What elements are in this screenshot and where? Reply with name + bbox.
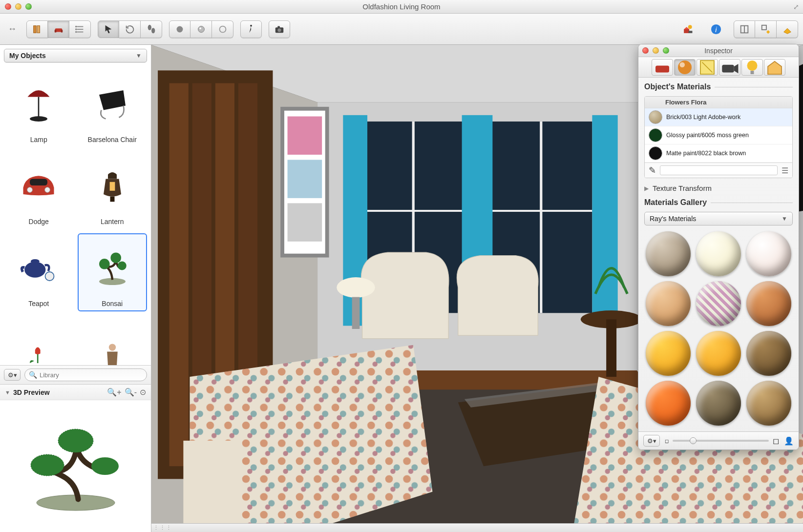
viewport-splitter[interactable]: ⋮⋮⋮ — [151, 523, 803, 532]
inspector-tab-building[interactable] — [764, 59, 785, 76]
preview-3d-pane[interactable] — [0, 400, 151, 532]
inspector-tab-light[interactable] — [741, 59, 763, 76]
nav-arrows[interactable]: ↔ — [5, 24, 20, 34]
preview-header: ▼ 3D Preview 🔍+ 🔍- ⊙ — [0, 384, 151, 400]
material-sphere[interactable] — [696, 281, 741, 326]
furniture-library-button[interactable] — [48, 20, 69, 38]
svg-point-36 — [24, 262, 45, 277]
small-icon: ◻ — [665, 438, 669, 444]
dropdown-label: My Objects — [9, 52, 46, 60]
library-settings-button[interactable]: ⚙▾ — [4, 369, 21, 381]
walkthrough-button[interactable] — [240, 20, 262, 38]
view-2d-3d-button[interactable] — [755, 20, 777, 38]
eyedropper-icon[interactable]: ✎ — [649, 165, 656, 176]
object-bonsai[interactable]: Bonsai — [78, 233, 148, 311]
texture-transform-disclosure[interactable]: ▶ Texture Transform — [644, 183, 793, 193]
svg-point-22 — [688, 25, 692, 29]
object-lamp[interactable]: Lamp — [4, 69, 74, 147]
material-sphere[interactable] — [646, 331, 691, 376]
dropdown-label: Ray's Materials — [650, 215, 696, 223]
svg-rect-34 — [109, 182, 115, 191]
object-library-sidebar: My Objects ▼ Lamp Barselona Chair Dodge … — [0, 45, 151, 532]
svg-point-92 — [680, 62, 685, 67]
object-person[interactable] — [78, 315, 148, 365]
zoom-in-button[interactable]: 🔍+ — [107, 388, 121, 397]
inspector-panel: Inspector Object's Materials Flowers Flo… — [638, 44, 799, 450]
svg-rect-69 — [592, 115, 617, 326]
record-button[interactable] — [169, 20, 190, 38]
material-row[interactable]: Glossy paint/6005 moss green — [645, 126, 792, 144]
svg-point-91 — [678, 61, 692, 74]
disclosure-triangle-icon: ▶ — [644, 185, 649, 192]
material-sphere[interactable] — [646, 231, 691, 276]
snapshot-button[interactable] — [269, 20, 290, 38]
rotate-tool-button[interactable] — [119, 20, 141, 38]
svg-point-14 — [198, 26, 204, 32]
material-sphere[interactable] — [746, 231, 791, 276]
list-view-button[interactable] — [69, 20, 91, 38]
material-preview-bar[interactable] — [660, 165, 778, 175]
record-alt-button[interactable] — [212, 20, 233, 38]
zoom-out-button[interactable]: 🔍- — [125, 388, 137, 397]
material-sphere[interactable] — [646, 381, 691, 426]
object-barselona-chair[interactable]: Barselona Chair — [78, 69, 148, 147]
object-label: Barselona Chair — [88, 136, 137, 143]
svg-point-9 — [75, 29, 76, 30]
disclosure-triangle-icon[interactable]: ▼ — [5, 389, 10, 395]
material-menu-icon[interactable]: ☰ — [782, 166, 788, 175]
select-tool-button[interactable] — [98, 20, 119, 38]
object-dodge[interactable]: Dodge — [4, 151, 74, 229]
material-sphere[interactable] — [696, 381, 741, 426]
material-sphere[interactable] — [746, 381, 791, 426]
material-sphere[interactable] — [746, 281, 791, 326]
inspector-tab-camera[interactable] — [719, 59, 740, 76]
library-category-dropdown[interactable]: My Objects ▼ — [4, 49, 147, 62]
view-2d-button[interactable] — [734, 20, 755, 38]
inspector-tab-materials[interactable] — [674, 59, 696, 76]
object-teapot[interactable]: Teapot — [4, 233, 74, 311]
view-3d-button[interactable] — [777, 20, 798, 38]
svg-point-47 — [91, 457, 119, 475]
svg-point-17 — [250, 24, 252, 26]
section-object-materials: Object's Materials — [644, 82, 793, 91]
material-row[interactable]: Matte paint/8022 black brown — [645, 144, 792, 163]
building-library-button[interactable] — [26, 20, 48, 38]
material-sphere[interactable] — [646, 281, 691, 326]
import-3d-button[interactable] — [677, 20, 698, 38]
view-mode-group — [734, 20, 798, 38]
object-tulip[interactable] — [4, 315, 74, 365]
svg-point-19 — [277, 28, 281, 32]
info-button[interactable]: i — [705, 20, 727, 38]
window-title: Oldfashion Living Room — [0, 2, 803, 11]
svg-rect-35 — [110, 197, 114, 202]
material-sphere[interactable] — [746, 331, 791, 376]
material-swatch-icon — [649, 128, 662, 142]
record-sphere-button[interactable] — [190, 20, 212, 38]
preview-title: 3D Preview — [13, 389, 107, 396]
material-row[interactable]: Brick/003 Light Adobe-work — [645, 108, 792, 126]
library-search-input[interactable] — [24, 368, 147, 381]
section-materials-gallery: Materials Gallery — [644, 198, 793, 207]
svg-rect-1 — [37, 25, 40, 33]
gallery-zoom-slider[interactable]: ◻ ◻ — [665, 436, 779, 446]
inspector-title: Inspector — [638, 47, 799, 55]
inspector-tab-dimensions[interactable] — [697, 59, 718, 76]
walk-tool-button[interactable] — [141, 20, 162, 38]
inspector-tab-object[interactable] — [652, 59, 673, 76]
material-sphere[interactable] — [696, 331, 741, 376]
material-sphere[interactable] — [696, 231, 741, 276]
svg-point-38 — [45, 272, 54, 281]
zoom-fit-button[interactable]: ⊙ — [140, 388, 146, 397]
gallery-category-dropdown[interactable]: Ray's Materials ▼ — [644, 212, 793, 225]
inspector-footer: ⚙▾ ◻ ◻ 👤 — [638, 431, 799, 450]
car-icon — [7, 155, 71, 216]
chevron-down-icon: ▼ — [782, 215, 787, 222]
tool-mode-group — [98, 20, 162, 38]
svg-point-45 — [31, 454, 64, 476]
object-lantern[interactable]: Lantern — [78, 151, 148, 229]
svg-point-82 — [337, 277, 375, 298]
fullscreen-icon[interactable]: ⤢ — [793, 3, 799, 11]
gallery-settings-button[interactable]: ⚙▾ — [643, 435, 660, 447]
user-icon[interactable]: 👤 — [784, 436, 794, 446]
svg-rect-74 — [288, 116, 322, 154]
